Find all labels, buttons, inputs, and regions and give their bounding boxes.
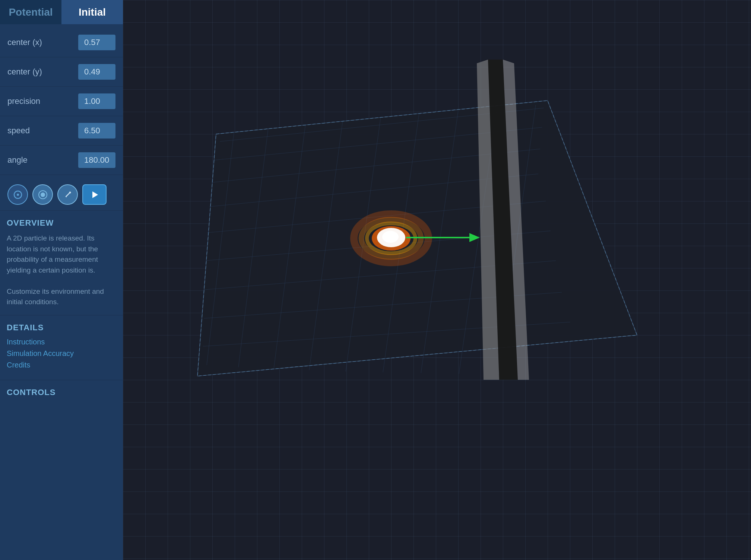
overview-section: OVERVIEW A 2D particle is released. Its … — [0, 211, 123, 315]
svg-point-3 — [41, 192, 45, 197]
param-value-precision[interactable]: 1.00 — [78, 93, 115, 109]
param-row-angle: angle 180.00 — [0, 146, 123, 175]
svg-point-6 — [69, 191, 71, 193]
3d-scene — [123, 0, 751, 560]
sidebar: Potential Initial center (x) 0.57 center… — [0, 0, 123, 560]
param-row-center-y: center (y) 0.49 — [0, 57, 123, 87]
simulation-accuracy-link[interactable]: Simulation Accuracy — [7, 349, 116, 358]
play-icon — [90, 190, 99, 200]
param-label-angle: angle — [7, 155, 78, 165]
svg-point-38 — [382, 231, 399, 243]
instructions-link[interactable]: Instructions — [7, 338, 116, 346]
controls-section: CONTROLS — [0, 380, 123, 410]
param-label-center-y: center (y) — [7, 67, 78, 77]
circle-outline-icon — [13, 190, 23, 200]
tab-bar: Potential Initial — [0, 0, 123, 24]
param-row-speed: speed 6.50 — [0, 116, 123, 146]
play-button[interactable] — [82, 184, 107, 205]
svg-marker-8 — [92, 191, 98, 198]
svg-point-1 — [17, 194, 19, 196]
tab-initial[interactable]: Initial — [61, 0, 123, 24]
param-label-precision: precision — [7, 96, 78, 106]
param-section: center (x) 0.57 center (y) 0.49 precisio… — [0, 24, 123, 179]
param-row-center-x: center (x) 0.57 — [0, 28, 123, 57]
select-circle-button[interactable] — [32, 184, 53, 205]
overview-title: OVERVIEW — [7, 218, 116, 228]
pencil-icon — [63, 190, 73, 200]
circle-solid-icon — [38, 190, 48, 200]
tab-potential[interactable]: Potential — [0, 0, 61, 24]
param-row-precision: precision 1.00 — [0, 87, 123, 116]
add-circle-button[interactable] — [7, 184, 28, 205]
details-title: DETAILS — [7, 323, 116, 332]
param-label-speed: speed — [7, 126, 78, 136]
param-label-center-x: center (x) — [7, 38, 78, 47]
param-value-angle[interactable]: 180.00 — [78, 152, 115, 168]
param-value-speed[interactable]: 6.50 — [78, 123, 115, 139]
param-value-center-x[interactable]: 0.57 — [78, 35, 115, 50]
edit-button[interactable] — [57, 184, 78, 205]
overview-text: A 2D particle is released. Its location … — [7, 233, 116, 308]
credits-link[interactable]: Credits — [7, 361, 116, 369]
param-value-center-y[interactable]: 0.49 — [78, 64, 115, 80]
controls-title: CONTROLS — [7, 388, 116, 397]
action-bar — [0, 179, 123, 211]
viewport — [123, 0, 751, 560]
details-section: DETAILS Instructions Simulation Accuracy… — [0, 315, 123, 380]
